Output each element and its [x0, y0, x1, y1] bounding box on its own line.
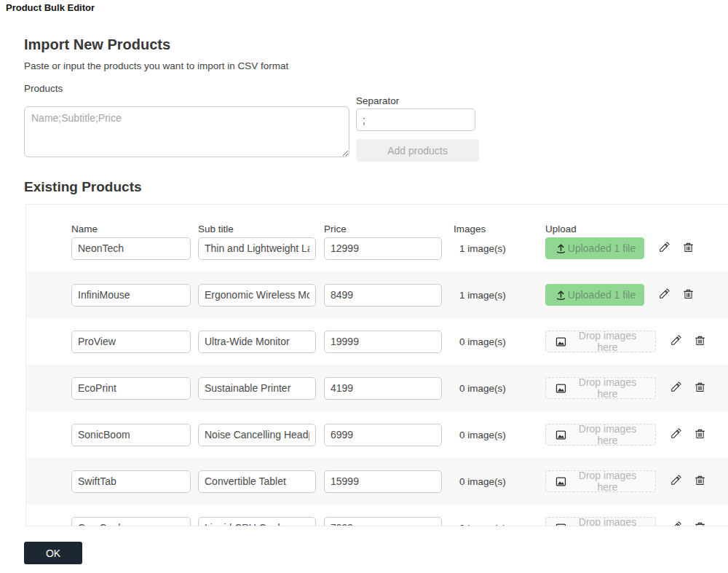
column-header-price: Price: [324, 224, 442, 234]
subtitle-input[interactable]: [198, 331, 316, 353]
existing-products-table: Name Sub title Price Images Upload 1 ima…: [25, 204, 728, 526]
name-input[interactable]: [71, 517, 191, 527]
table-row: 0 image(s) Drop images here: [26, 365, 728, 411]
import-section-subtitle: Paste or input the products you want to …: [24, 60, 288, 71]
upload-icon: [555, 242, 567, 255]
table-row: 0 image(s) Drop images here: [26, 505, 728, 526]
products-input[interactable]: [24, 106, 349, 157]
price-input[interactable]: [324, 331, 442, 353]
name-input[interactable]: [71, 377, 191, 400]
separator-input[interactable]: [356, 108, 475, 131]
edit-button[interactable]: [658, 288, 670, 302]
edit-button[interactable]: [670, 427, 682, 442]
price-input[interactable]: [324, 237, 442, 260]
images-count: 1 image(s): [454, 290, 526, 301]
upload-button-label: Drop images here: [567, 330, 655, 353]
edit-button[interactable]: [670, 334, 682, 349]
existing-rows: 1 image(s) Uploaded 1 file: [26, 225, 728, 526]
subtitle-input[interactable]: [198, 424, 316, 446]
edit-button[interactable]: [670, 521, 682, 526]
images-count: 0 image(s): [454, 336, 526, 347]
price-input[interactable]: [324, 284, 442, 307]
delete-button[interactable]: [682, 288, 695, 302]
upload-button[interactable]: Uploaded 1 file: [545, 284, 644, 306]
pencil-icon: [670, 334, 682, 349]
subtitle-input[interactable]: [198, 517, 316, 527]
upload-button-label: Drop images here: [567, 470, 655, 493]
trash-icon: [682, 288, 695, 302]
column-header-name: Name: [71, 224, 191, 234]
upload-button-label: Uploaded 1 file: [567, 242, 644, 254]
delete-button[interactable]: [694, 521, 706, 526]
import-section-title: Import New Products: [24, 36, 170, 53]
pencil-icon: [658, 288, 670, 302]
image-icon: [555, 522, 567, 527]
ok-button[interactable]: OK: [24, 542, 82, 564]
table-row: 1 image(s) Uploaded 1 file: [26, 272, 728, 318]
name-input[interactable]: [71, 237, 191, 260]
image-icon: [555, 336, 567, 348]
name-input[interactable]: [71, 284, 191, 307]
image-icon: [555, 429, 567, 441]
price-input[interactable]: [324, 377, 442, 400]
page-title: Product Bulk Editor: [6, 2, 95, 13]
delete-button[interactable]: [694, 474, 706, 489]
upload-button[interactable]: Drop images here: [545, 470, 656, 492]
table-row: 0 image(s) Drop images here: [26, 318, 728, 365]
column-header-images: Images: [454, 224, 526, 234]
upload-button[interactable]: Drop images here: [545, 517, 656, 526]
pencil-icon: [670, 521, 682, 526]
images-count: 0 image(s): [454, 476, 526, 487]
name-input[interactable]: [71, 470, 191, 493]
table-header: Name Sub title Price Images Upload: [26, 224, 728, 234]
delete-button[interactable]: [694, 427, 706, 442]
table-row: 0 image(s) Drop images here: [26, 458, 728, 505]
column-header-subtitle: Sub title: [198, 224, 316, 234]
images-count: 0 image(s): [454, 430, 526, 440]
name-input[interactable]: [71, 331, 191, 353]
delete-button[interactable]: [694, 381, 706, 395]
trash-icon: [694, 521, 706, 526]
pencil-icon: [658, 241, 670, 256]
edit-button[interactable]: [670, 381, 682, 395]
upload-button-label: Drop images here: [567, 516, 655, 526]
subtitle-input[interactable]: [198, 284, 316, 307]
images-count: 0 image(s): [454, 523, 526, 527]
upload-button[interactable]: Drop images here: [545, 377, 656, 399]
image-icon: [555, 475, 567, 488]
upload-button[interactable]: Uploaded 1 file: [545, 237, 644, 259]
edit-button[interactable]: [658, 241, 670, 256]
trash-icon: [694, 381, 706, 395]
upload-button[interactable]: Drop images here: [545, 424, 656, 446]
trash-icon: [682, 241, 695, 256]
subtitle-input[interactable]: [198, 470, 316, 493]
pencil-icon: [670, 427, 682, 442]
price-input[interactable]: [324, 517, 442, 527]
upload-icon: [555, 289, 567, 301]
upload-button-label: Drop images here: [567, 376, 655, 400]
image-icon: [555, 382, 567, 395]
upload-button-label: Uploaded 1 file: [567, 289, 644, 301]
edit-button[interactable]: [670, 474, 682, 489]
delete-button[interactable]: [682, 241, 695, 256]
pencil-icon: [670, 381, 682, 395]
separator-label: Separator: [356, 95, 399, 106]
trash-icon: [694, 427, 706, 442]
upload-button[interactable]: Drop images here: [545, 331, 656, 352]
subtitle-input[interactable]: [198, 237, 316, 260]
price-input[interactable]: [324, 470, 442, 493]
column-header-upload: Upload: [545, 224, 577, 234]
pencil-icon: [670, 474, 682, 489]
price-input[interactable]: [324, 424, 442, 446]
images-count: 0 image(s): [454, 383, 526, 394]
existing-section-title: Existing Products: [24, 179, 142, 195]
add-products-button[interactable]: Add products: [356, 139, 479, 162]
upload-button-label: Drop images here: [567, 423, 655, 446]
products-label: Products: [24, 83, 63, 94]
images-count: 1 image(s): [454, 243, 526, 254]
trash-icon: [694, 474, 706, 489]
subtitle-input[interactable]: [198, 377, 316, 400]
delete-button[interactable]: [694, 334, 706, 349]
name-input[interactable]: [71, 424, 191, 446]
trash-icon: [694, 334, 706, 349]
